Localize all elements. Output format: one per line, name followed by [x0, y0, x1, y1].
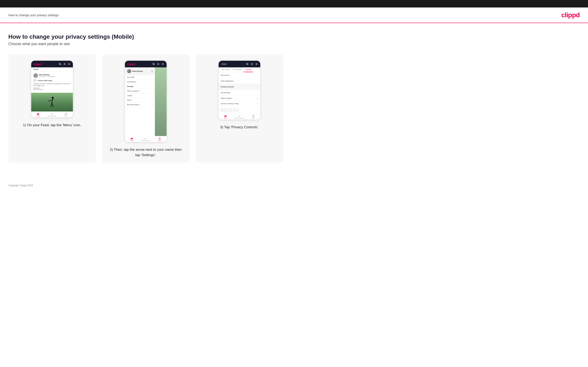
settings-icon-2 [161, 62, 164, 66]
mockup2-logo: clippd [127, 63, 135, 66]
chevron-down-icon: ∨ [152, 99, 153, 101]
svg-point-19 [158, 63, 159, 64]
page-title: How to change your privacy settings (Mob… [8, 33, 580, 40]
nav-performance-label-3: My Performance [235, 117, 244, 119]
post-header: Blair McHarg Yesterday · Sunningdale [33, 73, 71, 78]
chevron-down-icon-2: ∨ [152, 104, 153, 106]
performance-icon-3 [238, 115, 241, 117]
golfer-silhouette-icon [47, 96, 57, 111]
search-icon-3 [246, 62, 249, 66]
nav-menu-label-2: Menu [158, 140, 161, 141]
avatar [33, 73, 38, 78]
settings-item-my-account: My Account › [219, 72, 260, 78]
user-icon [63, 62, 66, 66]
menu-item-settings: Settings [125, 84, 155, 89]
svg-line-12 [50, 107, 51, 107]
settings-item-privacy-policy: Service & Privacy Policy ↗ [219, 101, 260, 107]
mockup-3: < Back My Profile [219, 61, 260, 120]
step-2-caption: 2) Then, tap the arrow next to your name… [107, 147, 184, 158]
nav-home-3: Home [219, 115, 233, 119]
settings-item-golf-bag: My Golf Bag › [219, 90, 260, 96]
post-user-name: Blair McHarg [39, 74, 55, 76]
mockup2-user-info: Blair McHarg [127, 69, 143, 73]
mockup2-user-name: Blair McHarg [132, 70, 143, 72]
svg-point-26 [251, 63, 252, 64]
mockup2-menu-panel: Blair McHarg ∧ My Profile Connections Se… [125, 67, 155, 107]
menu-item-connections: Connections [125, 80, 155, 84]
mockup3-settings-list: My Account › Data Integrations › Privacy… [219, 72, 260, 114]
svg-point-17 [153, 63, 154, 65]
mockup1-icons [58, 62, 71, 66]
svg-point-3 [69, 64, 69, 65]
svg-line-25 [248, 65, 248, 65]
post-type-icon [33, 79, 36, 82]
svg-point-0 [59, 63, 61, 65]
svg-line-7 [49, 100, 52, 101]
step-3-card: < Back My Profile [196, 54, 283, 163]
performance-icon [51, 113, 53, 115]
nav-home-2: Home [125, 137, 139, 141]
svg-line-18 [154, 65, 155, 65]
nav-menu: Menu [59, 113, 73, 117]
menu-icon-3 [252, 115, 255, 117]
menu-item-help: Help & Support ↗ [125, 89, 155, 93]
svg-line-6 [52, 99, 53, 103]
tab-settings: Settings [244, 67, 253, 72]
step-2-card: clippd [102, 54, 190, 163]
nav-menu-label-3: Menu [252, 117, 255, 119]
top-bar [0, 0, 588, 8]
nav-menu-2: Menu [153, 137, 167, 141]
mockup2-header: clippd [125, 61, 167, 67]
performance-icon-2 [144, 137, 147, 140]
external-link-icon-2: ↗ [257, 103, 258, 105]
golf-image [31, 93, 73, 111]
search-icon [58, 62, 62, 66]
svg-line-13 [53, 107, 54, 107]
home-icon [37, 113, 40, 115]
post-duration: Duration 01 hr : 30 min [33, 87, 71, 90]
svg-point-20 [162, 64, 163, 65]
user-icon-2 [156, 62, 160, 66]
chevron-right-icon: › [258, 74, 258, 76]
svg-line-11 [52, 103, 53, 107]
mockup2-icons [152, 62, 164, 66]
nav-performance: My Performance [45, 113, 59, 117]
mockup3-icons [246, 62, 258, 66]
nav-performance-3: My Performance [233, 115, 247, 119]
header-title: How to change your privacy settings [8, 13, 59, 17]
copyright-text: Copyright Clippd 2022 [8, 184, 33, 187]
gear-icon [255, 62, 258, 66]
tab-connections: Connections [231, 67, 244, 72]
steps-container: clippd Feed [8, 54, 580, 163]
menu-item-logout: Logout [125, 93, 155, 98]
step-1-caption: 1) On your Feed, tap the 'Menu' icon. [23, 123, 81, 128]
mockup-1: clippd Feed [31, 61, 73, 117]
close-icon [158, 137, 161, 140]
nav-menu-label: Menu [64, 115, 68, 117]
user-icon-3 [250, 62, 254, 66]
svg-point-4 [68, 63, 70, 65]
settings-item-data-integrations: Data Integrations › [219, 78, 260, 84]
mockup3-back-header: < Back [219, 61, 260, 67]
header: How to change your privacy settings clip… [0, 8, 588, 23]
feed-tab: Feed [31, 67, 73, 72]
back-button: < Back [221, 63, 226, 65]
svg-point-28 [256, 63, 258, 65]
nav-home: Home [31, 113, 45, 117]
nav-home-label-3: Home [224, 117, 227, 119]
chevron-right-icon-2: › [258, 80, 258, 82]
svg-point-27 [256, 64, 257, 65]
step-3-caption: 3) Tap 'Privacy Controls'. [220, 125, 259, 130]
svg-point-5 [52, 97, 54, 99]
post-lesson-title: Lesson with Fordy [37, 80, 52, 82]
mockup1-logo: clippd [33, 63, 41, 66]
logo: clippd [561, 11, 580, 19]
mockup3-tabs: My Profile Connections Settings [219, 67, 260, 72]
home-icon-2 [130, 137, 133, 140]
settings-item-help-support: Help & Support ↗ [219, 96, 260, 101]
version-info: Clippd Client Version: 2022.8.3-3 GQL Se… [219, 107, 260, 114]
external-link-icon: ↗ [257, 97, 258, 99]
mockup2-user-row: Blair McHarg ∧ [125, 67, 155, 75]
post-body-text: Looking to feel like my hands are exitin… [33, 83, 71, 86]
nav-home-label: Home [36, 115, 40, 117]
